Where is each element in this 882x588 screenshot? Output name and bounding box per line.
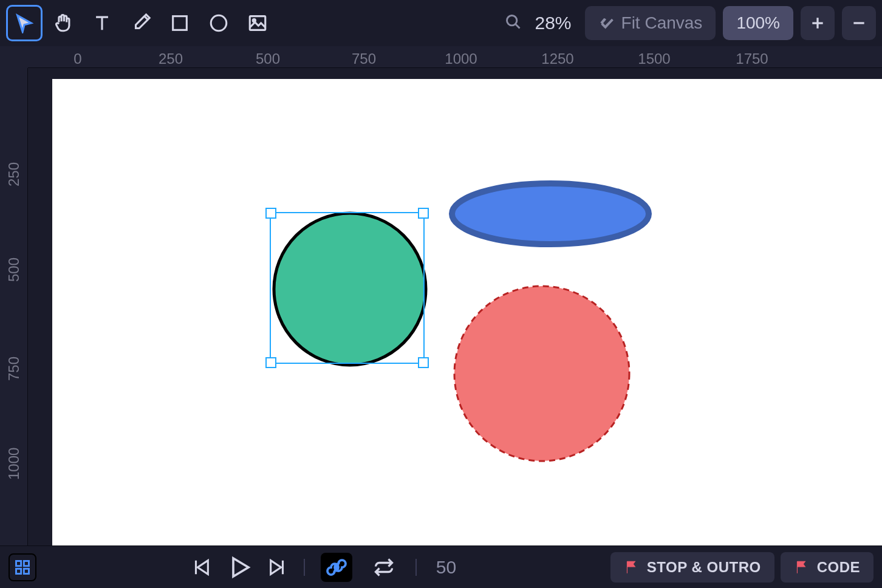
svg-rect-6 — [24, 561, 29, 566]
rectangle-tool[interactable] — [162, 5, 198, 41]
svg-point-1 — [211, 15, 227, 31]
zoom-group: 28% — [505, 13, 578, 33]
ruler-h-tick: 1250 — [541, 50, 573, 67]
fit-canvas-label: Fit Canvas — [621, 13, 703, 33]
text-tool[interactable] — [84, 5, 120, 41]
zoom-value[interactable]: 28% — [529, 13, 578, 33]
ruler-horizontal[interactable]: 02505007501000125015001750 — [28, 46, 882, 68]
canvas-viewport[interactable] — [28, 68, 882, 545]
stop-outro-button[interactable]: STOP & OUTRO — [610, 552, 774, 583]
stop-outro-label: STOP & OUTRO — [647, 559, 761, 576]
ruler-h-tick: 1500 — [638, 50, 670, 67]
svg-rect-7 — [16, 569, 21, 573]
fit-canvas-button[interactable]: Fit Canvas — [585, 6, 716, 40]
search-icon[interactable] — [505, 13, 522, 33]
zoom-out-button[interactable] — [842, 6, 876, 40]
svg-rect-8 — [24, 569, 29, 573]
code-button[interactable]: CODE — [781, 552, 873, 583]
zoom-in-button[interactable] — [801, 6, 835, 40]
ruler-v-tick: 500 — [5, 256, 22, 284]
svg-rect-2 — [250, 16, 265, 30]
skip-start-button[interactable] — [191, 557, 211, 578]
hand-tool[interactable] — [45, 5, 81, 41]
ellipse-tool[interactable] — [200, 5, 237, 41]
image-tool[interactable] — [239, 5, 276, 41]
grid-view-button[interactable] — [9, 553, 36, 581]
svg-rect-5 — [16, 561, 21, 566]
frame-number[interactable]: 50 — [432, 557, 456, 578]
main-area: 2505007501000 — [0, 68, 882, 545]
select-tool[interactable] — [6, 5, 43, 41]
bottom-bar: 50 STOP & OUTRO CODE — [0, 545, 882, 588]
ruler-corner — [0, 46, 28, 68]
repeat-button[interactable] — [368, 553, 400, 582]
green-circle[interactable] — [274, 213, 426, 365]
loop-infinite-button[interactable] — [321, 553, 352, 582]
ruler-vertical[interactable]: 2505007501000 — [0, 68, 28, 545]
transport-controls: 50 — [43, 553, 604, 582]
ruler-v-tick: 250 — [5, 160, 22, 188]
ruler-h-tick: 1750 — [736, 50, 768, 67]
red-circle[interactable] — [454, 286, 629, 461]
ruler-top-row: 02505007501000125015001750 — [0, 46, 882, 68]
ruler-h-tick: 0 — [74, 50, 81, 67]
ruler-h-tick: 750 — [352, 50, 376, 67]
code-label: CODE — [817, 559, 860, 576]
blue-ellipse[interactable] — [452, 183, 649, 244]
skip-end-button[interactable] — [267, 557, 288, 578]
svg-rect-0 — [173, 16, 187, 30]
top-toolbar: 28% Fit Canvas 100% — [0, 0, 882, 46]
zoom-100-button[interactable]: 100% — [723, 6, 793, 40]
divider — [415, 559, 417, 576]
play-button[interactable] — [227, 555, 251, 579]
ruler-h-tick: 250 — [159, 50, 183, 67]
svg-point-4 — [507, 16, 516, 26]
divider — [304, 559, 305, 576]
ruler-v-tick: 750 — [5, 355, 22, 383]
canvas[interactable] — [52, 79, 882, 545]
ruler-h-tick: 1000 — [445, 50, 477, 67]
eyedropper-tool[interactable] — [123, 5, 159, 41]
ruler-v-tick: 1000 — [5, 452, 22, 480]
ruler-h-tick: 500 — [256, 50, 280, 67]
